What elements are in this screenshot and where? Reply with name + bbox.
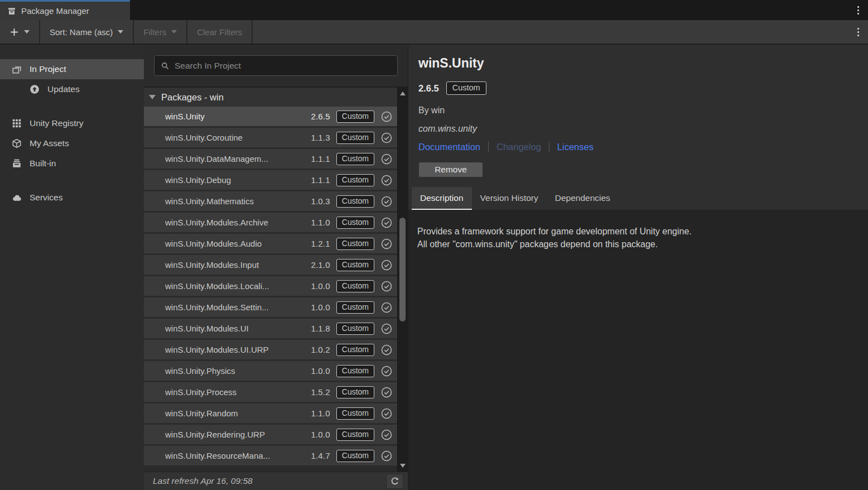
details-tabbar: DescriptionVersion HistoryDependencies <box>408 187 868 210</box>
sidebar-item-unity-registry[interactable]: Unity Registry <box>0 113 144 133</box>
package-row-wins-unity-mathematics[interactable]: winS.Unity.Mathematics1.0.3Custom <box>144 191 397 211</box>
scroll-thumb[interactable] <box>399 218 406 321</box>
package-links: DocumentationChangelogLicenses <box>418 141 858 152</box>
version-row: 2.6.5 Custom <box>418 81 858 95</box>
package-row-wins-unity-modules-archive[interactable]: winS.Unity.Modules.Archive1.1.0Custom <box>144 213 397 232</box>
sort-button[interactable]: Sort: Name (asc) <box>40 20 133 44</box>
packages-group-header[interactable]: Packages - win <box>144 88 397 107</box>
licenses-link[interactable]: Licenses <box>557 142 594 152</box>
check-circle-icon <box>380 132 393 144</box>
custom-tag-badge: Custom <box>336 111 374 123</box>
sidebar-item-in-project[interactable]: In Project <box>0 59 144 79</box>
toolbar-more-menu-icon[interactable] <box>848 20 868 44</box>
my-assets-icon <box>11 138 22 149</box>
package-name: winS.Unity.Coroutine <box>165 133 311 142</box>
package-row-wins-unity-modules-settin[interactable]: winS.Unity.Modules.Settin...1.0.0Custom <box>144 297 397 317</box>
link-separator <box>549 141 549 152</box>
toolbar-spacer <box>253 20 848 44</box>
check-circle-icon <box>380 280 393 292</box>
scroll-up-arrow-icon[interactable] <box>400 92 406 95</box>
package-list-panel: Packages - win winS.Unity2.6.5CustomwinS… <box>144 45 408 490</box>
package-row-wins-unity-rendering-urp[interactable]: winS.Unity.Rendering.URP1.0.0Custom <box>144 425 397 444</box>
description-content: Provides a framework support for game de… <box>408 210 868 490</box>
package-row-wins-unity-datamanagem[interactable]: winS.Unity.DataManagem...1.1.1Custom <box>144 149 397 169</box>
titlebar-more-menu-icon[interactable] <box>848 0 868 20</box>
sidebar-item-label: Services <box>30 193 62 203</box>
search-area <box>144 45 408 88</box>
vertical-scrollbar[interactable] <box>397 88 408 472</box>
services-icon <box>11 192 22 203</box>
package-version: 1.4.7 <box>311 451 330 460</box>
details-header: winS.Unity 2.6.5 Custom By win com.wins.… <box>408 45 868 187</box>
package-manager-window: Package Manager Sort: Name (asc) Filters… <box>0 0 868 490</box>
package-name: winS.Unity.Modules.UI.URP <box>165 345 311 354</box>
filters-button[interactable]: Filters <box>134 20 186 44</box>
sidebar-item-label: Unity Registry <box>30 118 83 128</box>
package-name: winS.Unity.Modules.UI <box>165 324 311 333</box>
tab-package-manager[interactable]: Package Manager <box>0 0 130 20</box>
package-version: 1.0.0 <box>311 281 330 291</box>
custom-tag-badge: Custom <box>336 450 374 462</box>
refresh-button[interactable] <box>386 474 403 489</box>
package-row-wins-unity-modules-input[interactable]: winS.Unity.Modules.Input2.1.0Custom <box>144 255 397 275</box>
tab-dependencies[interactable]: Dependencies <box>547 187 619 210</box>
check-circle-icon <box>380 301 393 314</box>
package-row-wins-unity-random[interactable]: winS.Unity.Random1.1.0Custom <box>144 403 397 423</box>
documentation-link[interactable]: Documentation <box>418 142 480 152</box>
package-row-wins-unity-debug[interactable]: winS.Unity.Debug1.1.1Custom <box>144 170 397 190</box>
check-circle-icon <box>380 111 393 123</box>
sidebar: In ProjectUpdatesUnity RegistryMy Assets… <box>0 45 144 490</box>
add-package-button[interactable] <box>0 20 39 44</box>
search-icon <box>161 61 170 70</box>
sidebar-item-my-assets[interactable]: My Assets <box>0 133 144 153</box>
package-version: 2.1.0 <box>311 260 330 270</box>
package-row-wins-unity-modules-ui-urp[interactable]: winS.Unity.Modules.UI.URP1.0.2Custom <box>144 340 397 359</box>
package-row-wins-unity-modules-locali[interactable]: winS.Unity.Modules.Locali...1.0.0Custom <box>144 276 397 296</box>
package-row-wins-unity-physics[interactable]: winS.Unity.Physics1.0.0Custom <box>144 361 397 381</box>
package-version: 1.2.1 <box>311 239 330 248</box>
package-row-wins-unity-modules-ui[interactable]: winS.Unity.Modules.UI1.1.8Custom <box>144 319 397 338</box>
package-version: 1.0.3 <box>311 196 330 206</box>
last-refresh-label: Last refresh Apr 16, 09:58 <box>153 476 253 486</box>
package-name: winS.Unity.Modules.Locali... <box>165 281 311 291</box>
package-row-wins-unity-coroutine[interactable]: winS.Unity.Coroutine1.1.3Custom <box>144 128 397 147</box>
chevron-down-icon <box>171 30 177 33</box>
unity-registry-icon <box>11 118 22 129</box>
search-box[interactable] <box>154 55 398 76</box>
list-wrap: Packages - win winS.Unity2.6.5CustomwinS… <box>144 88 408 472</box>
package-row-wins-unity-resourcemana[interactable]: winS.Unity.ResourceMana...1.4.7Custom <box>144 446 397 465</box>
package-name: winS.Unity.Random <box>165 409 311 418</box>
package-version: 1.1.8 <box>311 324 330 333</box>
sidebar-gap <box>0 174 144 188</box>
tab-description[interactable]: Description <box>412 187 472 210</box>
changelog-link[interactable]: Changelog <box>496 142 541 152</box>
package-id: com.wins.unity <box>418 124 858 134</box>
scroll-down-arrow-icon[interactable] <box>400 464 406 468</box>
clear-filters-button[interactable]: Clear Filters <box>187 20 252 44</box>
package-row-wins-unity[interactable]: winS.Unity2.6.5Custom <box>144 107 397 126</box>
content-area: In ProjectUpdatesUnity RegistryMy Assets… <box>0 45 868 490</box>
package-row-wins-unity-process[interactable]: winS.Unity.Process1.5.2Custom <box>144 382 397 402</box>
package-version: 1.0.0 <box>311 430 330 439</box>
package-name: winS.Unity.Mathematics <box>165 196 311 206</box>
package-name: winS.Unity.Modules.Settin... <box>165 302 311 312</box>
window-titlebar: Package Manager <box>0 0 868 20</box>
check-circle-icon <box>380 323 393 335</box>
package-name: winS.Unity.ResourceMana... <box>165 451 311 460</box>
package-version: 1.1.1 <box>311 154 330 164</box>
tab-version-history[interactable]: Version History <box>472 187 547 210</box>
sidebar-item-built-in[interactable]: Built-in <box>0 153 144 174</box>
package-row-wins-unity-modules-audio[interactable]: winS.Unity.Modules.Audio1.2.1Custom <box>144 234 397 253</box>
package-details-panel: winS.Unity 2.6.5 Custom By win com.wins.… <box>408 45 868 490</box>
package-version: 1.1.1 <box>311 175 330 185</box>
package-name: winS.Unity.Debug <box>165 175 311 185</box>
custom-tag-badge: Custom <box>336 280 374 292</box>
package-rows: winS.Unity2.6.5CustomwinS.Unity.Coroutin… <box>144 107 397 472</box>
sidebar-item-label: In Project <box>30 64 66 74</box>
sidebar-item-updates[interactable]: Updates <box>0 79 144 99</box>
remove-button[interactable]: Remove <box>418 162 483 177</box>
sidebar-item-services[interactable]: Services <box>0 188 144 208</box>
search-input[interactable] <box>175 61 391 71</box>
custom-tag-badge: Custom <box>336 153 374 165</box>
built-in-icon <box>11 158 22 169</box>
